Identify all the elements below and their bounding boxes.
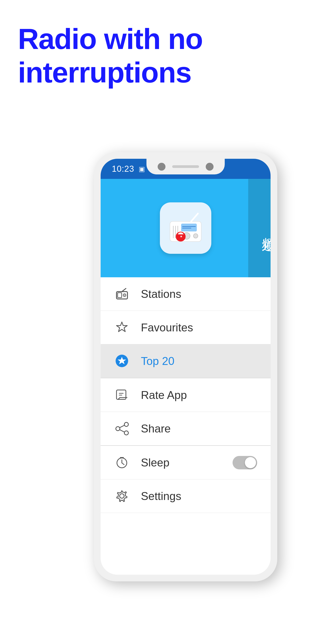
menu-item-stations[interactable]: Stations <box>100 277 270 311</box>
status-icons: ▣ <box>139 165 145 173</box>
status-time: 10:23 <box>112 164 134 174</box>
notch-sensor <box>206 163 214 170</box>
svg-text:★: ★ <box>180 234 183 238</box>
menu-area: Stations Favourites <box>100 277 270 575</box>
svg-point-35 <box>120 494 124 498</box>
phone-shell: 10:23 ▣ <box>94 152 277 582</box>
headline: Radio with no interruptions <box>18 22 304 89</box>
rate-icon <box>114 387 130 403</box>
side-panel: 频道 <box>248 179 270 277</box>
phone-mockup: 10:23 ▣ <box>94 152 295 622</box>
menu-item-sleep[interactable]: Sleep <box>100 446 270 480</box>
menu-item-settings[interactable]: Settings <box>100 480 270 513</box>
clock-icon <box>114 455 130 470</box>
menu-item-rate[interactable]: Rate App <box>100 378 270 412</box>
phone-screen: 10:23 ▣ <box>100 159 270 575</box>
side-panel-text: 频道 <box>260 227 271 229</box>
svg-line-29 <box>120 425 124 428</box>
phone-notch <box>146 159 225 174</box>
svg-line-33 <box>122 463 124 465</box>
svg-point-9 <box>194 234 198 238</box>
headline-line1: Radio with no <box>18 22 202 55</box>
svg-point-26 <box>124 422 128 426</box>
sleep-toggle-container <box>232 456 257 469</box>
star-outline-icon <box>114 320 130 336</box>
share-icon <box>114 421 130 436</box>
share-label: Share <box>141 422 170 435</box>
radio-icon <box>114 286 130 302</box>
app-header: ★ <box>100 179 270 277</box>
radio-app-icon-svg: ★ <box>166 210 206 246</box>
app-icon: ★ <box>160 202 211 254</box>
top20-label: Top 20 <box>141 355 174 368</box>
sleep-label: Sleep <box>141 456 170 469</box>
notch-camera <box>158 163 166 170</box>
svg-point-27 <box>124 431 128 435</box>
svg-line-30 <box>120 430 124 432</box>
svg-rect-5 <box>181 224 197 232</box>
gear-icon <box>114 488 130 504</box>
toggle-thumb <box>245 457 256 468</box>
svg-rect-15 <box>118 293 122 298</box>
star-active-icon <box>114 353 130 369</box>
headline-line2: interruptions <box>18 56 192 89</box>
stations-label: Stations <box>141 288 181 300</box>
svg-point-17 <box>124 295 125 296</box>
rate-label: Rate App <box>141 389 187 402</box>
notch-bar <box>172 165 199 168</box>
menu-item-favourites[interactable]: Favourites <box>100 311 270 344</box>
svg-point-28 <box>116 427 120 431</box>
svg-line-1 <box>191 214 198 222</box>
svg-marker-18 <box>116 322 127 332</box>
favourites-label: Favourites <box>141 321 193 334</box>
svg-line-14 <box>122 288 126 292</box>
menu-item-share[interactable]: Share <box>100 412 270 446</box>
settings-label: Settings <box>141 490 181 503</box>
sleep-toggle[interactable] <box>232 456 257 469</box>
menu-item-top20[interactable]: Top 20 <box>100 344 270 378</box>
